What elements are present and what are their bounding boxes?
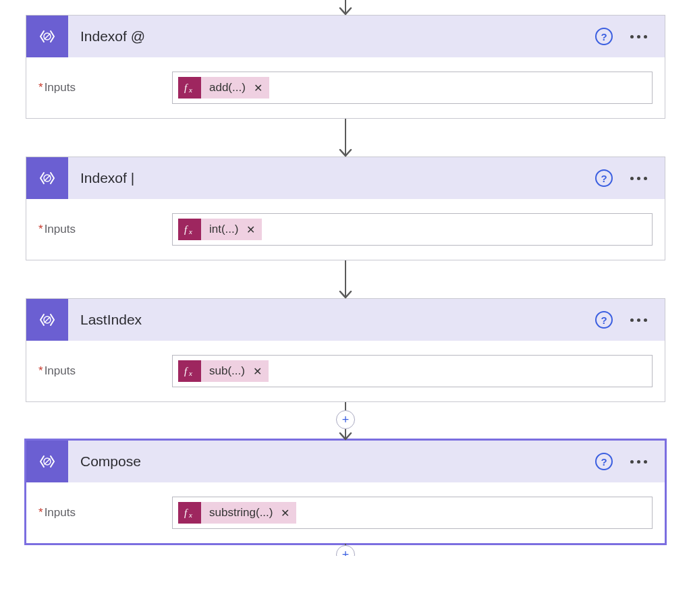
token-label: add(...) [201,81,252,94]
step-card-lastindex[interactable]: LastIndex ? *Inputs fx sub(...) ✕ [26,298,665,402]
arrow-down-icon [339,148,352,158]
header-actions: ? [595,28,665,45]
svg-text:f: f [184,366,188,376]
connector-with-plus: + [0,402,691,421]
add-step-button[interactable]: + [336,410,355,429]
inputs-label: *Inputs [38,364,172,378]
expression-token[interactable]: fx sub(...) ✕ [178,360,269,382]
connector-top [0,0,691,15]
inputs-field[interactable]: fx add(...) ✕ [172,72,653,104]
step-card-indexof-pipe[interactable]: Indexof | ? *Inputs fx int(...) ✕ [26,157,665,260]
inputs-field[interactable]: fx sub(...) ✕ [172,355,653,387]
svg-text:f: f [184,82,188,93]
step-card-compose[interactable]: Compose ? *Inputs fx substring(...) ✕ [26,440,665,544]
connector[interactable] [0,119,691,157]
inputs-label: *Inputs [38,506,172,520]
compose-action-icon [26,16,68,57]
header-actions: ? [595,169,665,187]
inputs-field[interactable]: fx substring(...) ✕ [172,497,653,529]
compose-action-icon [26,157,68,199]
token-label: int(...) [201,223,245,236]
card-body: *Inputs fx substring(...) ✕ [26,482,665,543]
connector-bottom: + [0,544,691,556]
help-icon[interactable]: ? [595,28,613,45]
card-header[interactable]: Indexof @ ? [26,16,665,57]
token-remove-icon[interactable]: ✕ [279,507,296,520]
svg-text:x: x [188,369,192,377]
card-body: *Inputs fx int(...) ✕ [26,199,665,260]
token-remove-icon[interactable]: ✕ [245,223,262,236]
card-body: *Inputs fx add(...) ✕ [26,57,665,118]
fx-icon: fx [178,77,201,99]
expression-token[interactable]: fx int(...) ✕ [178,219,262,240]
more-menu-icon[interactable] [630,316,647,325]
arrow-down-icon [339,290,352,300]
add-step-button[interactable]: + [336,545,355,556]
more-menu-icon[interactable] [630,174,647,183]
more-menu-icon[interactable] [630,32,647,41]
fx-icon: fx [178,360,201,382]
inputs-label: *Inputs [38,223,172,236]
header-actions: ? [595,453,665,470]
flow-canvas: Indexof @ ? *Inputs fx add(...) ✕ [0,0,691,556]
expression-token[interactable]: fx substring(...) ✕ [178,502,296,524]
token-remove-icon[interactable]: ✕ [252,82,269,94]
card-header[interactable]: LastIndex ? [26,299,665,341]
fx-icon: fx [178,219,201,240]
svg-text:x: x [188,511,192,519]
token-label: sub(...) [201,364,252,378]
token-label: substring(...) [201,506,279,520]
card-header[interactable]: Indexof | ? [26,157,665,199]
expression-token[interactable]: fx add(...) ✕ [178,77,269,99]
arrow-down-icon [339,7,352,16]
svg-text:f: f [184,507,188,518]
svg-text:f: f [184,224,188,235]
connector[interactable] [0,260,691,298]
card-title: Indexof @ [68,28,595,45]
token-remove-icon[interactable]: ✕ [252,365,269,378]
inputs-label: *Inputs [38,81,172,94]
card-title: LastIndex [68,312,595,328]
card-header[interactable]: Compose ? [26,441,665,482]
card-title: Indexof | [68,170,595,186]
svg-text:x: x [188,227,192,235]
help-icon[interactable]: ? [595,311,613,329]
more-menu-icon[interactable] [630,457,647,466]
compose-action-icon [26,441,68,482]
inputs-field[interactable]: fx int(...) ✕ [172,213,653,246]
arrow-down-icon [339,432,352,441]
fx-icon: fx [178,502,201,524]
card-title: Compose [68,453,595,470]
step-card-indexof-at[interactable]: Indexof @ ? *Inputs fx add(...) ✕ [26,15,665,119]
header-actions: ? [595,311,665,329]
card-body: *Inputs fx sub(...) ✕ [26,341,665,401]
svg-text:x: x [188,86,192,94]
help-icon[interactable]: ? [595,169,613,187]
compose-action-icon [26,299,68,341]
help-icon[interactable]: ? [595,453,613,470]
